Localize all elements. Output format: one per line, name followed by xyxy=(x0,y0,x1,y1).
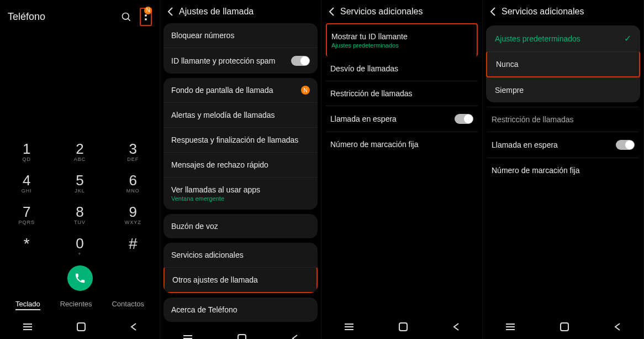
row-call-waiting[interactable]: Llamada en espera xyxy=(487,132,639,158)
settings-header: Servicios adicionales xyxy=(321,0,482,23)
row-fixed-dialing[interactable]: Número de marcación fija xyxy=(326,132,478,157)
row-wallpaper[interactable]: Fondo de pantalla de llamada N xyxy=(163,78,318,102)
row-show-caller-id[interactable]: Mostrar tu ID llamante Ajustes predeterm… xyxy=(326,23,478,56)
row-other-call-settings[interactable]: Otros ajustes de llamada xyxy=(163,267,318,293)
svg-rect-16 xyxy=(399,323,407,331)
key-star[interactable]: * xyxy=(0,235,53,257)
nav-home-icon[interactable] xyxy=(560,322,569,331)
page-title: Servicios adicionales xyxy=(340,7,423,17)
group-about: Acerca de Teléfono xyxy=(163,298,318,322)
row-additional-services[interactable]: Servicios adicionales xyxy=(163,243,318,267)
option-never[interactable]: Nunca xyxy=(486,51,640,77)
row-caller-id-spam[interactable]: ID llamante y protección spam xyxy=(163,48,318,74)
android-navbar xyxy=(483,316,643,339)
nav-home-icon[interactable] xyxy=(399,322,408,331)
more-menu-button[interactable]: N xyxy=(144,10,147,24)
check-icon: ✓ xyxy=(624,33,631,44)
settings-header: Ajustes de llamada xyxy=(160,0,321,23)
services-body: Restricción de llamadas Llamada en esper… xyxy=(483,107,643,182)
toggle-call-waiting[interactable] xyxy=(616,140,635,150)
key-1[interactable]: 1QD xyxy=(0,140,53,162)
phone-dialer-screen: Teléfono N 1QD 2ABC 3DEF 4GHI 5JKL xyxy=(0,0,160,339)
row-reject-messages[interactable]: Mensajes de rechazo rápido xyxy=(163,152,318,177)
header-actions: N xyxy=(121,8,152,26)
new-badge-icon: N xyxy=(301,86,310,95)
page-title: Servicios adicionales xyxy=(502,7,584,17)
nav-home-icon[interactable] xyxy=(237,334,246,339)
row-voicemail[interactable]: Buzón de voz xyxy=(163,214,318,238)
nav-recents-icon[interactable] xyxy=(344,323,355,331)
additional-services-screen: Servicios adicionales Mostrar tu ID llam… xyxy=(321,0,483,339)
group-voicemail: Buzón de voz xyxy=(163,214,318,238)
nav-recents-icon[interactable] xyxy=(182,335,193,339)
call-button-row xyxy=(0,265,160,291)
svg-point-0 xyxy=(123,13,129,19)
back-button[interactable] xyxy=(489,7,496,17)
option-always[interactable]: Siempre xyxy=(486,77,640,102)
toggle-call-waiting[interactable] xyxy=(455,114,473,124)
group-call-display: Fondo de pantalla de llamada N Alertas y… xyxy=(163,78,318,210)
call-settings-screen: Ajustes de llamada Bloquear números ID l… xyxy=(160,0,321,339)
additional-services-dropdown-screen: Servicios adicionales Ajustes predetermi… xyxy=(483,0,644,339)
group-block-spam: Bloquear números ID llamante y protecció… xyxy=(163,23,318,74)
svg-rect-12 xyxy=(238,335,246,339)
dialer-display-area xyxy=(0,30,160,140)
services-body: Mostrar tu ID llamante Ajustes predeterm… xyxy=(321,23,482,157)
key-8[interactable]: 8TUV xyxy=(53,204,106,225)
android-navbar xyxy=(0,316,160,339)
key-0[interactable]: 0+ xyxy=(53,235,106,257)
nav-back-icon[interactable] xyxy=(130,322,138,331)
row-call-restriction[interactable]: Restricción de llamadas xyxy=(326,81,478,106)
key-hash[interactable]: # xyxy=(107,235,160,257)
key-9[interactable]: 9WXYZ xyxy=(107,204,160,225)
phone-tabs: Teclado Recientes Contactos xyxy=(0,296,160,316)
android-navbar xyxy=(160,327,321,339)
row-over-apps[interactable]: Ver llamadas al usar apps Ventana emerge… xyxy=(163,177,318,210)
dialpad: 1QD 2ABC 3DEF 4GHI 5JKL 6MNO 7PQRS 8TUV … xyxy=(0,140,160,257)
more-menu-highlight: N xyxy=(140,8,152,26)
call-button[interactable] xyxy=(67,265,93,291)
toggle-caller-id-spam[interactable] xyxy=(291,56,310,66)
row-fixed-dialing[interactable]: Número de marcación fija xyxy=(487,158,639,182)
svg-point-3 xyxy=(145,14,147,17)
row-call-restriction[interactable]: Restricción de llamadas xyxy=(487,107,639,132)
settings-body: Bloquear números ID llamante y protecció… xyxy=(160,23,321,327)
key-3[interactable]: 3DEF xyxy=(107,140,160,162)
key-5[interactable]: 5JKL xyxy=(53,172,106,194)
row-about-phone[interactable]: Acerca de Teléfono xyxy=(163,298,318,322)
nav-back-icon[interactable] xyxy=(614,322,621,331)
caller-id-dropdown: Ajustes predeterminados ✓ Nunca Siempre xyxy=(486,25,640,102)
group-additional: Servicios adicionales Otros ajustes de l… xyxy=(163,243,318,293)
svg-line-1 xyxy=(128,18,130,20)
android-navbar xyxy=(321,316,482,339)
notification-badge: N xyxy=(144,7,152,14)
key-6[interactable]: 6MNO xyxy=(107,172,160,194)
page-title: Ajustes de llamada xyxy=(179,7,254,17)
row-call-forwarding[interactable]: Desvío de llamadas xyxy=(326,56,478,81)
nav-back-icon[interactable] xyxy=(452,322,460,331)
nav-back-icon[interactable] xyxy=(291,334,299,339)
phone-header: Teléfono N xyxy=(0,0,160,30)
svg-rect-8 xyxy=(77,323,85,331)
row-block-numbers[interactable]: Bloquear números xyxy=(163,23,318,48)
key-7[interactable]: 7PQRS xyxy=(0,204,53,225)
svg-point-4 xyxy=(145,18,147,20)
key-2[interactable]: 2ABC xyxy=(53,140,106,162)
app-title: Teléfono xyxy=(8,11,45,23)
row-call-waiting[interactable]: Llamada en espera xyxy=(326,106,478,132)
nav-recents-icon[interactable] xyxy=(22,323,33,331)
option-default[interactable]: Ajustes predeterminados ✓ xyxy=(486,25,640,51)
back-button[interactable] xyxy=(328,7,335,17)
search-icon[interactable] xyxy=(121,12,132,23)
settings-header: Servicios adicionales xyxy=(483,0,643,23)
nav-home-icon[interactable] xyxy=(77,322,86,331)
tab-contacts[interactable]: Contactos xyxy=(112,300,144,310)
row-answer-end[interactable]: Respuesta y finalización de llamadas xyxy=(163,127,318,152)
tab-keypad[interactable]: Teclado xyxy=(15,300,40,310)
svg-rect-20 xyxy=(561,323,568,331)
key-4[interactable]: 4GHI xyxy=(0,172,53,194)
tab-recents[interactable]: Recientes xyxy=(60,300,92,310)
back-button[interactable] xyxy=(167,7,173,17)
row-alerts[interactable]: Alertas y melodía de llamadas xyxy=(163,102,318,127)
nav-recents-icon[interactable] xyxy=(505,323,516,331)
